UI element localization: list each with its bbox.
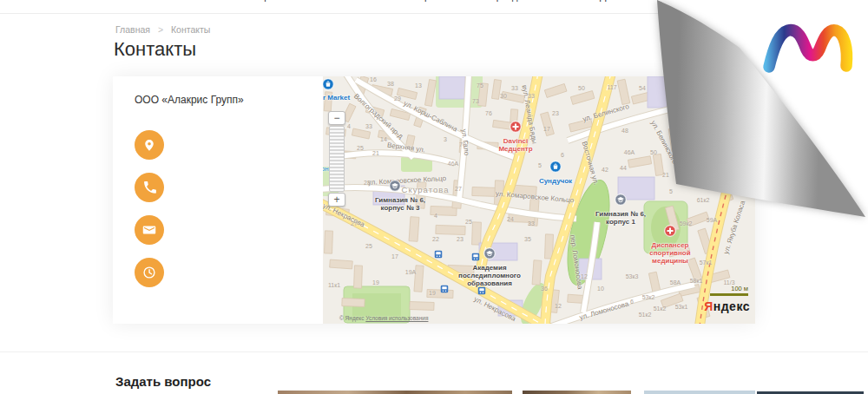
house-number: 25 [357, 145, 364, 151]
house-number: 27 [351, 220, 358, 227]
house-number: 5 [538, 162, 542, 168]
copyright-text: © Яндекс [339, 315, 364, 321]
clock-icon [135, 258, 164, 287]
map-attribution: © Яндекс Условия использования [339, 315, 428, 321]
house-number: 44 [620, 165, 627, 171]
house-number: 28 [364, 180, 371, 186]
education-poi-icon[interactable] [615, 194, 627, 209]
nav-item-3[interactable]: Аренда техники [490, 0, 560, 3]
map-poi-label[interactable]: DavinciМедцентр [498, 137, 532, 153]
medical-poi-icon[interactable] [664, 225, 676, 240]
bus-stop-icon[interactable] [472, 249, 480, 257]
envelope-icon [135, 215, 164, 245]
zoom-out-button[interactable]: − [328, 111, 345, 125]
yandex-map[interactable]: Волгоградский пр-дул. Корш-Саблинаул. Га… [323, 76, 755, 324]
house-number: 27 [455, 186, 462, 192]
house-number: 29 [394, 95, 401, 102]
medical-poi-icon[interactable] [510, 121, 522, 136]
scale-ruler [710, 293, 748, 296]
top-navigation: КомпанияВыполненные работыЭтапы выполнен… [0, 0, 868, 14]
house-number: 21 [372, 150, 379, 156]
house-number: 73 [472, 98, 479, 104]
house-number: 59А [707, 217, 717, 223]
house-number: 48 [621, 128, 628, 134]
shopping-poi-icon[interactable] [549, 161, 562, 176]
house-number: 13 [415, 82, 422, 89]
house-number: 50 [578, 85, 585, 91]
location-pin-icon [135, 130, 164, 160]
contacts-card: ООО «Алакрис Групп» [113, 76, 755, 324]
house-number: 25 [365, 243, 372, 249]
zoom-slider[interactable] [329, 126, 345, 192]
page-title: Контакты [114, 38, 196, 61]
education-poi-icon[interactable] [483, 247, 496, 263]
house-number: 19 [429, 290, 436, 296]
breadcrumb-home[interactable]: Главная [115, 24, 150, 35]
nav-item-0[interactable]: Компания [115, 0, 159, 3]
photo-strip [644, 391, 755, 394]
house-number: 17 [391, 253, 398, 259]
house-number: 25 [465, 219, 472, 225]
yandex-logo[interactable]: Яндекс [704, 299, 750, 313]
house-number: 54 [639, 85, 646, 91]
house-number: 10 [597, 286, 604, 292]
house-number: 4 [434, 213, 437, 219]
house-number: 13 [737, 175, 744, 181]
house-number: 59к2 [680, 220, 693, 227]
company-name: ООО «Алакрис Групп» [135, 94, 314, 106]
nav-item-2[interactable]: Этапы выполнения работ [337, 0, 450, 3]
house-number: 36 [541, 286, 548, 292]
house-number: 76 [485, 110, 492, 116]
house-number: 35 [524, 236, 531, 242]
education-poi-icon[interactable] [389, 180, 401, 195]
house-number: 53к1 [675, 304, 688, 310]
house-number: 12 [555, 303, 562, 309]
house-number: 46А [448, 161, 458, 167]
shopping-poi-icon[interactable] [323, 78, 334, 94]
house-number: 33 [511, 85, 518, 91]
house-number: 33 [365, 123, 372, 129]
phone-icon [135, 173, 164, 202]
map-poi-label[interactable]: Диспансерспортивноймедицины [649, 241, 690, 266]
house-number: 5 [669, 188, 673, 194]
map-poi-label[interactable]: Гимназия № 6,корпус № 3 [375, 196, 425, 212]
bus-stop-icon[interactable] [749, 183, 756, 191]
house-number: 51к2 [654, 305, 667, 312]
house-number: 61к2 [697, 197, 710, 203]
zoom-in-button[interactable]: + [328, 193, 345, 207]
house-number: 58А [670, 279, 681, 286]
nav-item-4[interactable]: Дополнительные услуги [600, 0, 707, 3]
house-number: 12 [581, 273, 588, 279]
photo-strip [523, 391, 631, 394]
bus-stop-icon[interactable] [478, 283, 486, 291]
nav-item-1[interactable]: Выполненные работы [199, 0, 296, 3]
house-number: 3 [444, 136, 447, 142]
house-number: 42 [602, 167, 608, 173]
house-number: 19 [372, 279, 379, 286]
map-scale-bar: 100 м [710, 285, 748, 296]
map-poi-label[interactable]: Академияпоследипломногообразования [458, 264, 521, 288]
bus-stop-icon[interactable] [441, 281, 449, 289]
breadcrumb-current: Контакты [171, 24, 210, 35]
map-area-label: Скуратова [402, 185, 450, 194]
house-number: 6 [630, 299, 634, 305]
contact-row-envelope [135, 213, 314, 245]
house-number: 14 [380, 136, 387, 142]
house-number: 70 [459, 141, 466, 148]
bus-stop-icon[interactable] [435, 246, 443, 254]
house-number: 6 [561, 152, 564, 158]
house-number: 51к2 [639, 312, 652, 318]
breadcrumb: Главная > Контакты [115, 24, 210, 35]
photo-strip [278, 391, 512, 394]
house-number: 57к1 [700, 259, 713, 266]
terms-of-use-link[interactable]: Условия использования [365, 315, 428, 321]
map-zoom-control: − + [328, 111, 345, 207]
map-poi-label[interactable]: Сундучок [539, 177, 572, 185]
house-number: 53к3 [626, 273, 639, 279]
house-number: 33 [528, 93, 535, 99]
map-poi-label[interactable]: r Market [323, 94, 350, 102]
map-poi-label[interactable]: Гимназия № 6,корпус 1 [595, 210, 646, 226]
house-number: 21 [662, 172, 669, 178]
contact-row-clock [135, 256, 314, 287]
brand-logo-m [769, 30, 847, 67]
